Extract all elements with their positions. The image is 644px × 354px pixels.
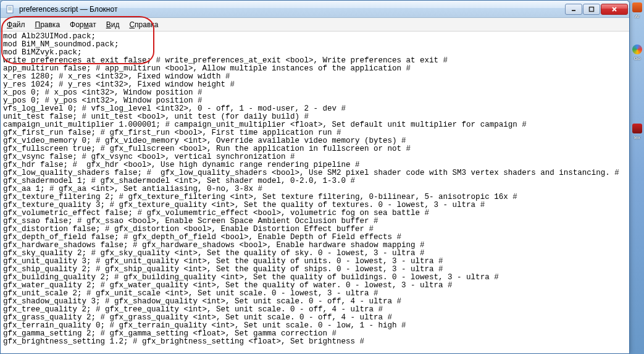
desktop-shortcut-2[interactable]: Go: [632, 44, 643, 69]
menu-file[interactable]: Файл: [2, 19, 30, 30]
editor-content-area: mod Alb23UIMod.pack; mod BiM_NM_soundmod…: [1, 32, 629, 353]
menu-format[interactable]: Формат: [65, 19, 101, 30]
minimize-button[interactable]: [565, 4, 582, 15]
notepad-window: preferences.script — Блокнот Файл Правка…: [0, 0, 630, 354]
titlebar[interactable]: preferences.script — Блокнот: [1, 1, 629, 18]
svg-rect-0: [7, 6, 13, 13]
menubar: Файл Правка Формат Вид Справка: [1, 18, 629, 32]
notepad-icon: [6, 4, 15, 14]
menu-view[interactable]: Вид: [101, 19, 125, 30]
desktop-icons: Ar Go lex: [630, 0, 644, 354]
window-title: preferences.script — Блокнот: [18, 5, 565, 14]
editor-text[interactable]: mod Alb23UIMod.pack; mod BiM_NM_soundmod…: [1, 32, 629, 353]
desktop-shortcut-3[interactable]: lex: [632, 124, 643, 148]
svg-rect-5: [590, 7, 594, 11]
window-buttons: [565, 4, 628, 15]
menu-edit[interactable]: Правка: [30, 19, 65, 30]
maximize-button[interactable]: [583, 4, 600, 15]
desktop-shortcut-1[interactable]: Ar: [632, 2, 643, 27]
menu-help[interactable]: Справка: [124, 19, 163, 30]
menu-file-rest: айл: [12, 20, 25, 29]
close-button[interactable]: [601, 4, 628, 15]
